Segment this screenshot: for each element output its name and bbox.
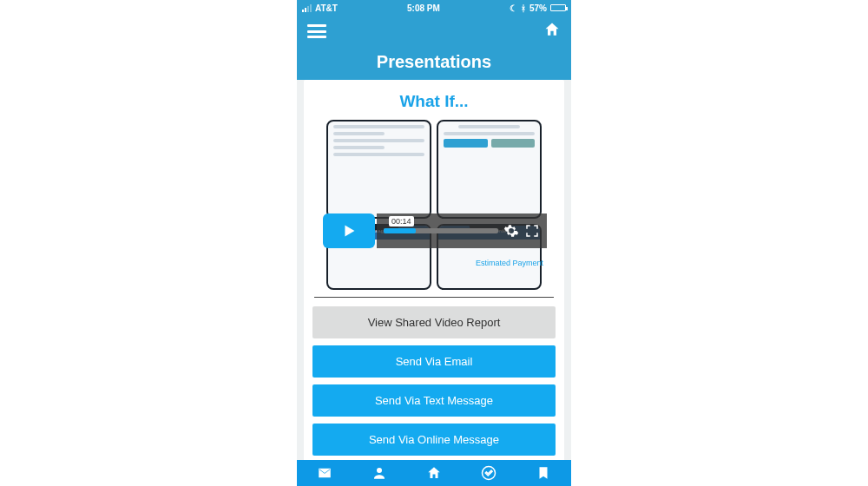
page-title: Presentations <box>297 47 571 82</box>
home-icon <box>426 465 442 481</box>
thumb-phone-tr <box>437 120 542 219</box>
fullscreen-icon[interactable] <box>524 223 540 239</box>
video-progress[interactable]: 00:14 <box>384 228 498 233</box>
home-button[interactable] <box>543 21 561 42</box>
carrier-label: AT&T <box>315 3 338 13</box>
bluetooth-icon: ᚼ <box>521 3 526 13</box>
card-title: What If... <box>312 92 556 111</box>
content-scroll[interactable]: What If... My Message Inbox Reoccuring O… <box>297 80 571 460</box>
play-icon <box>339 221 358 240</box>
estimated-payment-label: Estimated Payment <box>476 259 543 267</box>
tab-bar <box>297 460 571 486</box>
video-timestamp: 00:14 <box>389 216 414 227</box>
menu-icon[interactable] <box>307 24 326 38</box>
check-circle-icon <box>481 465 496 481</box>
moon-icon: ☾ <box>510 3 517 13</box>
signal-icon <box>302 4 312 12</box>
presentation-card: What If... My Message Inbox Reoccuring O… <box>304 80 564 460</box>
clock-label: 5:08 PM <box>407 3 440 13</box>
video-toolbar: 00:14 <box>377 213 547 248</box>
send-email-button[interactable]: Send Via Email <box>312 345 556 378</box>
thumb-phone-tl <box>326 120 431 219</box>
send-text-button[interactable]: Send Via Text Message <box>312 384 556 417</box>
play-button[interactable] <box>323 213 375 248</box>
divider <box>314 297 554 298</box>
view-report-button[interactable]: View Shared Video Report <box>312 306 556 338</box>
send-online-button[interactable]: Send Via Online Message <box>312 424 556 456</box>
app-bar <box>297 16 571 47</box>
video-player[interactable]: My Message Inbox Reoccuring Orders 00:14 <box>312 120 556 285</box>
tab-bookmarks[interactable] <box>516 460 571 486</box>
tab-mail[interactable] <box>297 460 352 486</box>
tab-home[interactable] <box>406 460 461 486</box>
battery-pct-label: 57% <box>529 3 547 13</box>
tab-profile[interactable] <box>352 460 406 486</box>
gear-icon[interactable] <box>503 223 519 239</box>
phone-frame: AT&T 5:08 PM ☾ ᚼ 57% Presentations What … <box>297 0 571 486</box>
home-icon <box>543 21 561 38</box>
bookmark-icon <box>536 465 551 481</box>
video-progress-fill <box>384 228 416 233</box>
person-icon <box>372 465 387 481</box>
battery-icon <box>550 4 566 11</box>
tab-tasks[interactable] <box>462 460 516 486</box>
status-bar: AT&T 5:08 PM ☾ ᚼ 57% <box>297 0 571 16</box>
mail-icon <box>317 465 332 481</box>
